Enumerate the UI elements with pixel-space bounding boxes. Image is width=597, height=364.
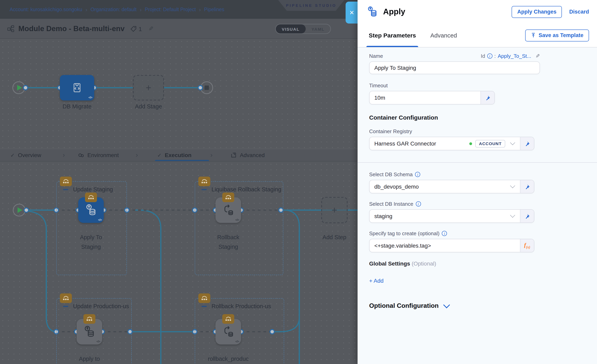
tab-advanced[interactable]: Advanced (430, 23, 457, 47)
step-config-drawer: Apply Apply Changes Discard Step Paramet… (358, 0, 597, 364)
edit-title-icon[interactable]: ✎ (148, 25, 153, 32)
drawer-title: Apply (383, 7, 405, 16)
pin-icon[interactable] (520, 180, 534, 193)
tag-field: <+stage.variables.tag> f(x) (369, 239, 534, 252)
step-group-header[interactable]: Update Staging (63, 186, 113, 193)
stage-node-label: DB Migrate (45, 102, 109, 111)
step-parameters-panel: Name Id i : Apply_To_St... ✎ Apply To St… (358, 47, 597, 364)
edit-id-icon[interactable]: ✎ (535, 53, 540, 59)
name-label: Name (369, 53, 383, 59)
step-group-header[interactable]: Update Production-us (63, 303, 129, 309)
code-icon: </> (98, 218, 102, 222)
plus-icon: + (332, 205, 337, 216)
save-as-template-button[interactable]: Save as Template (525, 29, 589, 41)
apply-step-icon (367, 6, 379, 18)
db-schema-select[interactable]: db_devops_demo (369, 180, 520, 193)
tab-overview[interactable]: ✓ Overview (10, 149, 41, 161)
apply-changes-button[interactable]: Apply Changes (512, 6, 562, 18)
tag-label-row: Specify tag to create (optional)i (369, 230, 597, 236)
id-block: Id i : Apply_To_St... ✎ (481, 53, 540, 59)
id-separator: : (494, 53, 496, 59)
id-value-link[interactable]: Apply_To_St... (498, 53, 531, 59)
add-stage-button[interactable]: + (133, 75, 164, 100)
toggle-visual[interactable]: VISUAL (276, 24, 306, 33)
timeout-label: Timeout (369, 83, 597, 89)
add-step-button[interactable]: + (321, 197, 348, 223)
step-group-header[interactable]: Rollback Production-us (202, 303, 271, 309)
breadcrumb-account[interactable]: Account: kurosakiichigo.songoku (10, 7, 82, 12)
collapse-icon[interactable] (63, 189, 68, 190)
expression-fx-icon[interactable]: f(x) (520, 239, 534, 252)
optional-hint: (Optional) (412, 260, 436, 267)
global-settings-row: Global Settings (Optional) (369, 260, 597, 267)
add-stage-label: Add Stage (117, 102, 180, 111)
environment-icon (78, 152, 84, 158)
check-icon: ✓ (157, 152, 162, 158)
breadcrumb-pipelines[interactable]: Pipelines (204, 7, 224, 12)
step-group-icon (60, 293, 72, 303)
info-icon[interactable]: i (416, 201, 421, 206)
tab-step-parameters[interactable]: Step Parameters (369, 23, 416, 47)
breadcrumb-project[interactable]: Project: Default Project (145, 7, 196, 12)
tab-advanced[interactable]: Advanced (231, 149, 265, 161)
container-registry-select[interactable]: Harness GAR Connector ACCOUNT (369, 137, 520, 150)
name-input[interactable]: Apply To Staging (369, 61, 540, 74)
info-icon[interactable]: i (487, 53, 492, 59)
step-group-icon (85, 193, 97, 202)
container-registry-field: Harness GAR Connector ACCOUNT (369, 137, 534, 150)
optional-configuration-toggle[interactable]: Optional Configuration (369, 302, 597, 309)
step-group-icon (222, 314, 234, 324)
step-group-icon (83, 314, 95, 324)
info-icon[interactable]: i (415, 172, 420, 177)
code-icon: </> (235, 218, 239, 222)
tag-icon (130, 25, 137, 32)
name-row: Name Id i : Apply_To_St... ✎ (369, 53, 540, 59)
db-instance-select[interactable]: staging (369, 210, 520, 222)
optional-configuration-heading: Optional Configuration (369, 302, 439, 309)
code-icon: </> (88, 96, 92, 99)
collapse-icon[interactable] (202, 306, 207, 307)
discard-button[interactable]: Discard (569, 9, 589, 15)
drawer-tabs: Step Parameters Advanced Save as Templat… (358, 23, 597, 47)
code-icon: </> (235, 340, 239, 343)
timeout-input[interactable]: 10m (369, 91, 480, 104)
tab-separator: › (136, 149, 138, 161)
close-drawer-button[interactable]: ✕ (346, 2, 358, 23)
pipeline-tags[interactable]: 1 (130, 25, 142, 32)
collapse-icon[interactable] (202, 189, 207, 190)
breadcrumb-separator: › (199, 6, 201, 13)
db-schema-field: db_devops_demo (369, 180, 534, 193)
breadcrumb-organization[interactable]: Organization: default (90, 7, 136, 12)
tag-count: 1 (139, 25, 142, 32)
toggle-yaml[interactable]: YAML (306, 24, 331, 33)
tab-execution[interactable]: ✓ Execution (157, 149, 192, 161)
step-group-icon (222, 193, 234, 202)
stage-node-db-migrate[interactable]: </> (60, 75, 94, 100)
section-divider (358, 162, 597, 163)
id-label: Id (481, 53, 485, 59)
pin-icon[interactable] (520, 137, 534, 150)
step-node-label: Apply to Production-us (57, 354, 121, 364)
step-group-liquibase-rollback-staging[interactable] (195, 182, 283, 275)
chevron-down-icon (510, 140, 515, 145)
pin-icon[interactable] (520, 210, 534, 222)
active-tab-underline (155, 160, 209, 161)
visual-yaml-toggle: VISUAL YAML (275, 24, 331, 34)
add-step-label: Add Step (302, 232, 358, 242)
pin-icon[interactable] (480, 91, 495, 104)
breadcrumb-separator: › (140, 6, 141, 13)
tag-input[interactable]: <+stage.variables.tag> (369, 239, 520, 252)
pipeline-studio-pane: Account: kurosakiichigo.songoku › Organi… (0, 0, 358, 364)
collapse-icon[interactable] (63, 306, 68, 307)
breadcrumb-separator: › (85, 6, 87, 13)
step-group-icon (60, 177, 72, 186)
tab-environment[interactable]: Environment (78, 149, 119, 161)
tab-separator: › (210, 149, 212, 161)
add-global-setting-link[interactable]: + Add (369, 278, 597, 284)
info-icon[interactable]: i (442, 231, 447, 236)
drawer-actions: Apply Changes Discard (512, 6, 589, 18)
execution-graph-canvas: Update Staging </> Apply To Staging (0, 161, 358, 364)
step-node-label: Apply To Staging (59, 232, 123, 251)
step-group-header[interactable]: Liquibase Rollback Staging (202, 186, 281, 193)
breadcrumb: Account: kurosakiichigo.songoku › Organi… (10, 6, 224, 13)
